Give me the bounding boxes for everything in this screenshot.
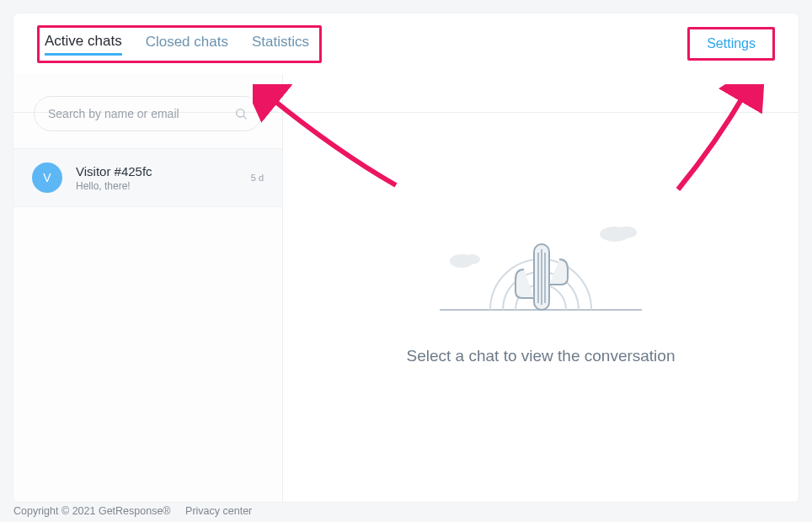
empty-state-text: Select a chat to view the conversation <box>407 347 676 365</box>
avatar: V <box>32 162 62 193</box>
tab-closed-chats[interactable]: Closed chats <box>146 34 228 54</box>
chat-name: Visitor #425fc <box>76 164 251 178</box>
body-row: V Visitor #425fc Hello, there! 5 d <box>13 74 799 502</box>
main-area: Select a chat to view the conversation <box>283 74 799 502</box>
svg-point-3 <box>463 254 480 264</box>
svg-point-5 <box>617 226 637 238</box>
chat-list-item[interactable]: V Visitor #425fc Hello, there! 5 d <box>13 148 282 207</box>
search-input[interactable] <box>48 107 234 120</box>
sidebar: V Visitor #425fc Hello, there! 5 d <box>13 74 283 502</box>
tabs-highlight-box: Active chats Closed chats Statistics <box>37 25 322 63</box>
empty-illustration <box>431 210 650 323</box>
footer-copyright: Copyright © 2021 GetResponse® <box>13 505 171 517</box>
search-wrap <box>13 74 282 148</box>
settings-highlight-box: Settings <box>687 27 775 61</box>
chat-meta: Visitor #425fc Hello, there! <box>76 164 251 192</box>
svg-point-0 <box>237 109 244 117</box>
svg-line-1 <box>243 116 246 119</box>
tab-statistics[interactable]: Statistics <box>252 34 309 54</box>
chat-preview: Hello, there! <box>76 180 251 192</box>
search-field[interactable] <box>34 96 262 131</box>
chat-time: 5 d <box>251 173 264 183</box>
search-icon <box>234 107 248 120</box>
tabs-row: Active chats Closed chats Statistics Set… <box>13 13 799 74</box>
chat-panel: Active chats Closed chats Statistics Set… <box>13 13 799 502</box>
settings-link[interactable]: Settings <box>707 36 756 51</box>
tab-active-chats[interactable]: Active chats <box>45 33 122 56</box>
footer: Copyright © 2021 GetResponse® Privacy ce… <box>13 505 252 517</box>
footer-privacy-link[interactable]: Privacy center <box>185 505 252 517</box>
